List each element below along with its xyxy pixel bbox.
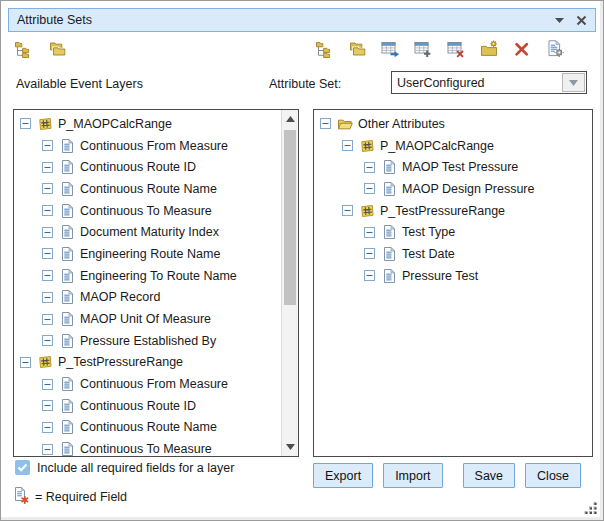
add-layer-tree-icon[interactable] [13, 39, 33, 59]
collapse-toggle-icon[interactable] [364, 227, 375, 238]
tree-item-label: Other Attributes [358, 117, 445, 131]
tree-item[interactable]: Document Maturity Index [14, 221, 281, 243]
folder-icon[interactable] [347, 39, 367, 59]
tree-item[interactable]: P_TestPressureRange [14, 352, 281, 374]
delete-icon[interactable] [512, 39, 532, 59]
scroll-down-icon[interactable] [282, 439, 298, 455]
field-icon [381, 159, 397, 175]
collapse-toggle-icon[interactable] [364, 248, 375, 259]
collapse-toggle-icon[interactable] [342, 140, 353, 151]
tree-item[interactable]: P_MAOPCalcRange [314, 135, 592, 157]
required-field-legend: = Required Field [13, 486, 127, 508]
collapse-toggle-icon[interactable] [42, 183, 53, 194]
tree-item[interactable]: MAOP Design Pressure [314, 178, 592, 200]
collapse-toggle-icon[interactable] [364, 162, 375, 173]
collapse-toggle-icon[interactable] [42, 379, 53, 390]
collapse-toggle-icon[interactable] [342, 205, 353, 216]
dialog-buttons: Export Import Save Close [313, 463, 579, 488]
close-icon[interactable] [576, 15, 587, 26]
titlebar[interactable]: Attribute Sets [8, 8, 596, 32]
table-delete-icon[interactable] [446, 39, 466, 59]
folder-open-icon [337, 116, 353, 132]
collapse-toggle-icon[interactable] [42, 314, 53, 325]
tree-item-label: MAOP Design Pressure [402, 182, 534, 196]
tree-item[interactable]: Continuous To Measure [14, 200, 281, 222]
tree-item[interactable]: Pressure Test [314, 265, 592, 287]
tree-item[interactable]: Test Type [314, 221, 592, 243]
vertical-scrollbar[interactable] [281, 110, 298, 456]
tree-item[interactable]: Pressure Established By [14, 330, 281, 352]
collapse-icon[interactable] [555, 18, 564, 23]
collapse-toggle-icon[interactable] [42, 292, 53, 303]
field-icon [59, 376, 75, 392]
field-icon [59, 441, 75, 457]
collapse-toggle-icon[interactable] [42, 140, 53, 151]
table-export-icon[interactable] [380, 39, 400, 59]
tree-item[interactable]: Engineering To Route Name [14, 265, 281, 287]
collapse-toggle-icon[interactable] [42, 400, 53, 411]
collapse-toggle-icon[interactable] [364, 183, 375, 194]
import-button[interactable]: Import [383, 463, 442, 488]
attribute-sets-dialog: Attribute Sets Available Event Layers At… [0, 0, 604, 521]
tree-item[interactable]: MAOP Record [14, 287, 281, 309]
event-layer-icon [37, 354, 53, 370]
tree-item[interactable]: P_MAOPCalcRange [14, 113, 281, 135]
folder-settings-icon[interactable] [479, 39, 499, 59]
collapse-toggle-icon[interactable] [42, 162, 53, 173]
scroll-up-icon[interactable] [282, 111, 298, 127]
field-icon [59, 311, 75, 327]
tree-item-label: Continuous Route ID [80, 399, 196, 413]
resize-grip[interactable] [584, 501, 598, 515]
collapse-toggle-icon[interactable] [42, 270, 53, 281]
dropdown-arrow-button[interactable] [562, 73, 585, 92]
include-required-fields-checkbox[interactable] [15, 460, 30, 475]
field-icon [59, 138, 75, 154]
tree-item[interactable]: Continuous Route Name [14, 178, 281, 200]
collapse-toggle-icon[interactable] [42, 248, 53, 259]
field-icon [59, 181, 75, 197]
tree-item-label: Continuous Route Name [80, 182, 217, 196]
collapse-toggle-icon[interactable] [42, 444, 53, 455]
collapse-toggle-icon[interactable] [42, 205, 53, 216]
tree-item[interactable]: Continuous Route Name [14, 417, 281, 439]
collapse-toggle-icon[interactable] [364, 270, 375, 281]
tree-item-label: Pressure Established By [80, 334, 216, 348]
collapse-toggle-icon[interactable] [20, 118, 31, 129]
collapse-toggle-icon[interactable] [42, 422, 53, 433]
collapse-toggle-icon[interactable] [20, 357, 31, 368]
tree-item-label: Continuous Route Name [80, 420, 217, 434]
tree-item[interactable]: Other Attributes [314, 113, 592, 135]
collapse-toggle-icon[interactable] [42, 335, 53, 346]
tree-item-label: MAOP Unit Of Measure [80, 312, 211, 326]
tree-item[interactable]: Continuous Route ID [14, 395, 281, 417]
tree-item[interactable]: Continuous Route ID [14, 156, 281, 178]
tree-item[interactable]: Engineering Route Name [14, 243, 281, 265]
tree-item-label: MAOP Record [80, 290, 160, 304]
document-settings-icon[interactable] [545, 39, 565, 59]
tree-item-label: P_MAOPCalcRange [380, 139, 494, 153]
tree-item-label: MAOP Test Pressure [402, 160, 518, 174]
scrollbar-thumb[interactable] [284, 130, 296, 305]
tree-item[interactable]: P_TestPressureRange [314, 200, 592, 222]
event-layer-icon [37, 116, 53, 132]
attribute-set-dropdown[interactable]: UserConfigured [391, 71, 587, 94]
tree-item-label: Continuous Route ID [80, 160, 196, 174]
table-add-icon[interactable] [413, 39, 433, 59]
tree-item[interactable]: Test Date [314, 243, 592, 265]
check-icon [17, 463, 28, 472]
tree-item[interactable]: Continuous From Measure [14, 135, 281, 157]
close-button[interactable]: Close [525, 463, 581, 488]
tree-item[interactable]: MAOP Test Pressure [314, 156, 592, 178]
required-field-legend-label: = Required Field [35, 490, 127, 504]
attribute-set-panel: Other AttributesP_MAOPCalcRangeMAOP Test… [313, 109, 593, 457]
layer-tree-icon[interactable] [314, 39, 334, 59]
add-folder-icon[interactable] [47, 39, 67, 59]
save-button[interactable]: Save [463, 463, 516, 488]
tree-item[interactable]: Continuous To Measure [14, 438, 281, 457]
export-button[interactable]: Export [313, 463, 373, 488]
tree-item[interactable]: MAOP Unit Of Measure [14, 308, 281, 330]
collapse-toggle-icon[interactable] [320, 118, 331, 129]
tree-item[interactable]: Continuous From Measure [14, 373, 281, 395]
collapse-toggle-icon[interactable] [42, 227, 53, 238]
field-icon [59, 333, 75, 349]
